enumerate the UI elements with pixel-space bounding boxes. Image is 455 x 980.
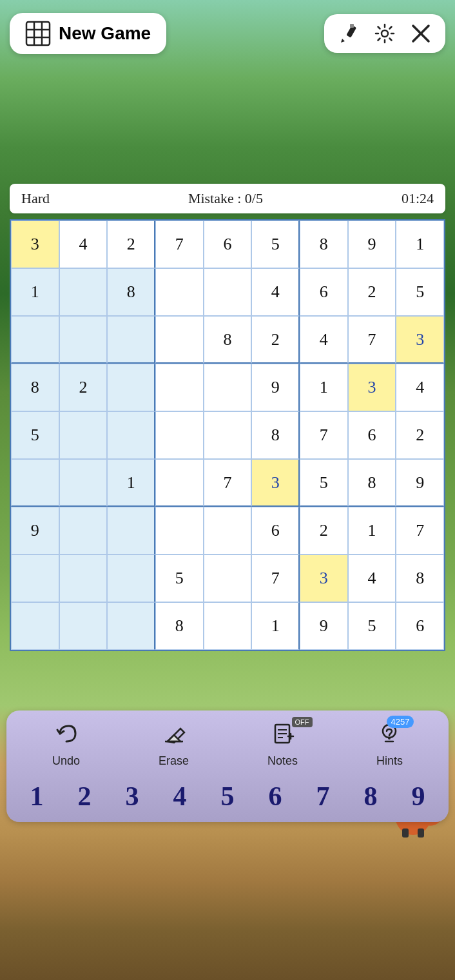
cell-r5-c8[interactable]: 9 [396,459,444,507]
cell-r4-c8[interactable]: 2 [396,411,444,459]
cell-r4-c7[interactable]: 6 [348,411,396,459]
cell-r8-c8[interactable]: 6 [396,602,444,650]
cell-r6-c7[interactable]: 1 [348,507,396,554]
cell-r0-c1[interactable]: 4 [59,220,108,268]
cell-r7-c5[interactable]: 7 [251,554,300,602]
cell-r5-c2[interactable]: 1 [107,459,155,507]
cell-r8-c4[interactable] [204,602,252,650]
cell-r2-c7[interactable]: 7 [348,316,396,364]
cell-r6-c0[interactable]: 9 [11,507,59,554]
cell-r5-c3[interactable] [155,459,204,507]
cell-r5-c5[interactable]: 3 [251,459,300,507]
bottom-toolbar: Undo Erase [6,710,449,822]
cell-r8-c0[interactable] [11,602,59,650]
cell-r5-c7[interactable]: 8 [348,459,396,507]
num-5-button[interactable]: 5 [208,781,247,812]
cell-r0-c4[interactable]: 6 [204,220,252,268]
num-2-button[interactable]: 2 [65,781,104,812]
cell-r3-c4[interactable] [204,364,252,411]
cell-r8-c3[interactable]: 8 [155,602,204,650]
num-4-button[interactable]: 4 [160,781,199,812]
cell-r2-c8[interactable]: 3 [396,316,444,364]
close-button[interactable] [409,22,432,45]
cell-r3-c7[interactable]: 3 [348,364,396,411]
cell-r6-c2[interactable] [107,507,155,554]
cell-r8-c2[interactable] [107,602,155,650]
paint-button[interactable] [337,22,360,45]
cell-r7-c1[interactable] [59,554,108,602]
cell-r1-c5[interactable]: 4 [251,268,300,316]
cell-r6-c1[interactable] [59,507,108,554]
cell-r3-c0[interactable]: 8 [11,364,59,411]
cell-r8-c7[interactable]: 5 [348,602,396,650]
cell-r7-c4[interactable] [204,554,252,602]
cell-r6-c3[interactable] [155,507,204,554]
cell-r2-c5[interactable]: 2 [251,316,300,364]
cell-r3-c6[interactable]: 1 [300,364,348,411]
cell-r5-c6[interactable]: 5 [300,459,348,507]
cell-r6-c6[interactable]: 2 [300,507,348,554]
cell-r4-c5[interactable]: 8 [251,411,300,459]
num-1-button[interactable]: 1 [17,781,56,812]
undo-button[interactable]: Undo [52,722,80,768]
cell-r1-c0[interactable]: 1 [11,268,59,316]
cell-r3-c2[interactable] [107,364,155,411]
cell-r7-c2[interactable] [107,554,155,602]
cell-r8-c6[interactable]: 9 [300,602,348,650]
cell-r2-c6[interactable]: 4 [300,316,348,364]
cell-r8-c1[interactable] [59,602,108,650]
cell-r0-c2[interactable]: 2 [107,220,155,268]
num-3-button[interactable]: 3 [113,781,151,812]
cell-r0-c6[interactable]: 8 [300,220,348,268]
cell-r3-c3[interactable] [155,364,204,411]
cell-r1-c6[interactable]: 6 [300,268,348,316]
cell-r2-c4[interactable]: 8 [204,316,252,364]
cell-r7-c8[interactable]: 8 [396,554,444,602]
cell-r2-c1[interactable] [59,316,108,364]
cell-r0-c3[interactable]: 7 [155,220,204,268]
cell-r1-c8[interactable]: 5 [396,268,444,316]
notes-button[interactable]: OFF Notes [267,722,298,768]
cell-r0-c0[interactable]: 3 [11,220,59,268]
cell-r4-c6[interactable]: 7 [300,411,348,459]
cell-r5-c4[interactable]: 7 [204,459,252,507]
cell-r1-c7[interactable]: 2 [348,268,396,316]
cell-r1-c1[interactable] [59,268,108,316]
cell-r4-c3[interactable] [155,411,204,459]
num-9-button[interactable]: 9 [399,781,438,812]
cell-r7-c3[interactable]: 5 [155,554,204,602]
cell-r2-c2[interactable] [107,316,155,364]
new-game-button[interactable]: New Game [10,13,166,54]
cell-r1-c4[interactable] [204,268,252,316]
settings-button[interactable] [373,22,396,45]
num-8-button[interactable]: 8 [351,781,390,812]
num-6-button[interactable]: 6 [256,781,295,812]
cell-r1-c3[interactable] [155,268,204,316]
cell-r4-c4[interactable] [204,411,252,459]
cell-r0-c7[interactable]: 9 [348,220,396,268]
erase-button[interactable]: Erase [159,722,189,768]
cell-r5-c1[interactable] [59,459,108,507]
cell-r6-c4[interactable] [204,507,252,554]
cell-r8-c5[interactable]: 1 [251,602,300,650]
num-7-button[interactable]: 7 [304,781,342,812]
cell-r6-c8[interactable]: 7 [396,507,444,554]
cell-r5-c0[interactable] [11,459,59,507]
cell-r7-c0[interactable] [11,554,59,602]
cell-r0-c8[interactable]: 1 [396,220,444,268]
cell-r3-c8[interactable]: 4 [396,364,444,411]
cell-r1-c2[interactable]: 8 [107,268,155,316]
cell-r4-c1[interactable] [59,411,108,459]
cell-r3-c5[interactable]: 9 [251,364,300,411]
cell-r7-c6[interactable]: 3 [300,554,348,602]
hints-button[interactable]: 4257 Hints [376,722,403,768]
cell-r7-c7[interactable]: 4 [348,554,396,602]
cell-r2-c3[interactable] [155,316,204,364]
cell-r4-c0[interactable]: 5 [11,411,59,459]
cell-r0-c5[interactable]: 5 [251,220,300,268]
cell-r4-c2[interactable] [107,411,155,459]
cell-r6-c5[interactable]: 6 [251,507,300,554]
sudoku-grid: 3427658911846258247382913458762173589962… [10,219,445,651]
cell-r2-c0[interactable] [11,316,59,364]
cell-r3-c1[interactable]: 2 [59,364,108,411]
